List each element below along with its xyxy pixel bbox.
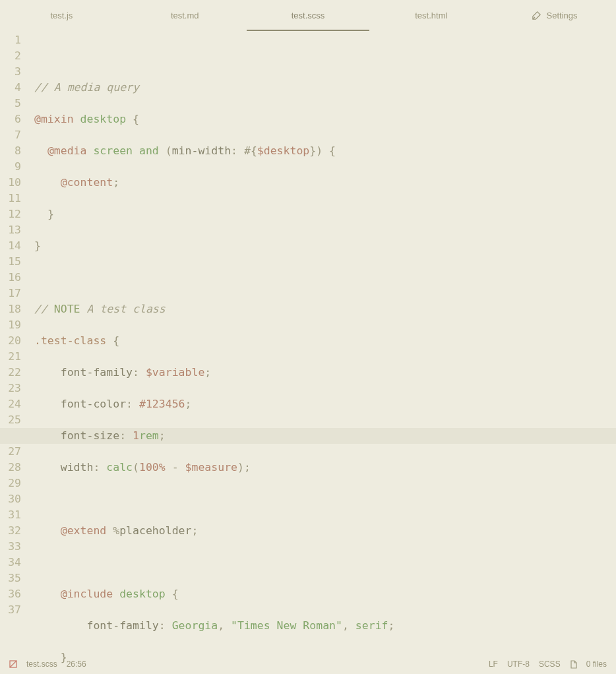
line-number[interactable]: 37 (0, 602, 21, 618)
code-line[interactable]: // NOTE A test class (29, 301, 616, 317)
code-line[interactable]: @media screen and (min-width: #{$desktop… (29, 143, 616, 159)
line-number[interactable]: 27 (0, 444, 21, 460)
code-line[interactable]: @mixin desktop { (29, 111, 616, 127)
line-number[interactable]: 7 (0, 127, 21, 143)
code-line[interactable]: } (29, 238, 616, 254)
line-number[interactable]: 24 (0, 396, 21, 412)
tab-label: Settings (547, 11, 578, 20)
line-number[interactable]: 29 (0, 475, 21, 491)
code-line[interactable]: // A media query (29, 80, 616, 96)
code-line[interactable]: @extend %placeholder; (29, 523, 616, 539)
line-number[interactable]: 8 (0, 143, 21, 159)
code-line[interactable]: font-family: Georgia, "Times New Roman",… (29, 618, 616, 634)
editor[interactable]: 1234567891011121314151617181920212223242… (0, 31, 616, 654)
line-number[interactable]: 3 (0, 64, 21, 80)
line-number[interactable]: 4 (0, 80, 21, 96)
tab-label: test.scss (292, 11, 325, 20)
line-number[interactable]: 22 (0, 365, 21, 381)
file-modified-icon (9, 660, 17, 668)
line-number[interactable]: 12 (0, 206, 21, 222)
code-line[interactable]: font-color: #123456; (29, 396, 616, 412)
line-number[interactable]: 20 (0, 333, 21, 349)
tab-bar: test.js test.md test.scss test.html Sett… (0, 0, 616, 31)
tab-test-js[interactable]: test.js (0, 0, 123, 31)
tab-test-md[interactable]: test.md (123, 0, 247, 31)
code-line[interactable]: font-family: $variable; (29, 365, 616, 381)
line-number[interactable]: 11 (0, 191, 21, 206)
gutter: 1234567891011121314151617181920212223242… (0, 31, 29, 654)
line-number[interactable]: 23 (0, 381, 21, 396)
code-line[interactable]: @include desktop { (29, 586, 616, 602)
line-number[interactable]: 10 (0, 175, 21, 191)
line-number[interactable]: 14 (0, 238, 21, 254)
line-number[interactable]: 28 (0, 460, 21, 475)
line-number[interactable]: 32 (0, 523, 21, 539)
line-number[interactable]: 31 (0, 507, 21, 523)
line-number[interactable]: 5 (0, 96, 21, 111)
line-number[interactable]: 35 (0, 570, 21, 586)
line-number[interactable]: 19 (0, 317, 21, 333)
line-number[interactable]: 21 (0, 349, 21, 365)
code-line[interactable]: } (29, 650, 616, 665)
line-number[interactable]: 17 (0, 286, 21, 301)
line-number[interactable]: 30 (0, 491, 21, 507)
code-line[interactable] (29, 270, 616, 286)
line-number[interactable]: 36 (0, 586, 21, 602)
tab-label: test.html (415, 11, 447, 20)
code-line[interactable]: font-size: 1rem; (29, 428, 616, 444)
line-number[interactable]: 2 (0, 48, 21, 64)
tab-settings[interactable]: Settings (493, 0, 616, 31)
line-number[interactable]: 1 (0, 32, 21, 48)
code-line[interactable]: width: calc(100% - $measure); (29, 460, 616, 475)
code-line[interactable]: @content; (29, 175, 616, 191)
tab-test-html[interactable]: test.html (369, 0, 493, 31)
line-number[interactable]: 6 (0, 111, 21, 127)
line-number[interactable]: 33 (0, 539, 21, 555)
code-line[interactable]: .test-class { (29, 333, 616, 349)
tab-label: test.md (171, 11, 199, 20)
code-line[interactable]: } (29, 206, 616, 222)
code-line[interactable] (29, 491, 616, 507)
line-number[interactable]: 16 (0, 270, 21, 286)
line-number[interactable]: 9 (0, 159, 21, 175)
code-area[interactable]: // A media query @mixin desktop { @media… (29, 31, 616, 654)
line-number[interactable]: 18 (0, 301, 21, 317)
line-number[interactable]: 13 (0, 222, 21, 238)
tab-test-scss[interactable]: test.scss (247, 0, 370, 31)
line-number[interactable]: 34 (0, 555, 21, 570)
tab-label: test.js (50, 11, 73, 20)
code-line[interactable] (29, 555, 616, 570)
line-number[interactable]: 25 (0, 412, 21, 428)
line-number[interactable]: 15 (0, 254, 21, 270)
gear-icon (532, 11, 541, 20)
